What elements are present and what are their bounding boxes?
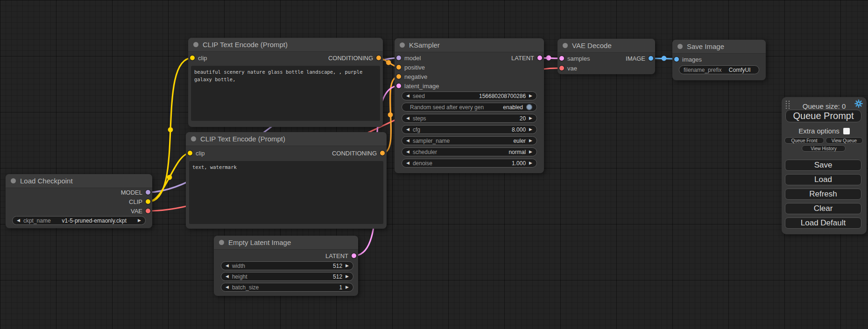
widget-increment-arrow[interactable]: ▶ xyxy=(529,127,532,132)
sampler-name-widget[interactable]: ◀ sampler_name euler ▶ xyxy=(402,136,537,145)
widget-increment-arrow[interactable]: ▶ xyxy=(346,274,349,279)
wire-midpoint-dot xyxy=(167,175,172,180)
node-title-bar[interactable]: Load Checkpoint xyxy=(6,174,152,188)
toggle-knob-icon[interactable] xyxy=(526,104,532,110)
view-queue-label: View Queue xyxy=(832,138,857,143)
node-title: CLIP Text Encode (Prompt) xyxy=(200,135,285,143)
node-title-bar[interactable]: Empty Latent Image xyxy=(214,236,358,250)
output-slot-clip[interactable] xyxy=(146,199,150,204)
input-label-latent-image: latent_image xyxy=(404,83,439,90)
output-slot-image[interactable] xyxy=(649,56,653,61)
input-slot-positive[interactable] xyxy=(396,65,401,70)
widget-name: batch_size xyxy=(232,284,259,291)
collapse-dot-icon[interactable] xyxy=(677,44,683,49)
output-label-conditioning: CONDITIONING xyxy=(332,150,377,157)
cfg-widget[interactable]: ◀ cfg 8.000 ▶ xyxy=(402,125,537,134)
queue-prompt-button[interactable]: Queue Prompt xyxy=(785,110,861,122)
widget-decrement-arrow[interactable]: ◀ xyxy=(406,150,409,154)
widget-decrement-arrow[interactable]: ◀ xyxy=(406,116,409,120)
save-button[interactable]: Save xyxy=(785,160,861,171)
seed-widget[interactable]: ◀ seed 156680208700286 ▶ xyxy=(402,91,537,100)
node-clip-text-encode-negative[interactable]: CLIP Text Encode (Prompt) clip CONDITION… xyxy=(186,132,387,229)
load-button[interactable]: Load xyxy=(785,174,861,185)
widget-name: cfg xyxy=(413,126,420,133)
widget-increment-arrow[interactable]: ▶ xyxy=(529,150,532,154)
output-slot-latent[interactable] xyxy=(537,56,542,60)
widget-decrement-arrow[interactable]: ◀ xyxy=(406,161,409,165)
node-save-image[interactable]: Save Image images filename_prefix ComfyU… xyxy=(672,40,766,80)
widget-name: seed xyxy=(413,93,425,99)
denoise-widget[interactable]: ◀ denoise 1.000 ▶ xyxy=(402,159,537,168)
load-default-button[interactable]: Load Default xyxy=(785,217,861,229)
scheduler-widget[interactable]: ◀ scheduler normal ▶ xyxy=(402,147,537,156)
collapse-dot-icon[interactable] xyxy=(193,42,198,47)
filename-prefix-widget[interactable]: filename_prefix ComfyUI xyxy=(679,65,759,74)
node-title-bar[interactable]: CLIP Text Encode (Prompt) xyxy=(186,132,387,146)
node-empty-latent-image[interactable]: Empty Latent Image LATENT ◀ width 512 ▶ … xyxy=(214,236,358,296)
output-slot-model[interactable] xyxy=(146,190,150,195)
input-slot-vae[interactable] xyxy=(559,66,564,70)
steps-widget[interactable]: ◀ steps 20 ▶ xyxy=(402,114,537,123)
settings-gear-icon[interactable] xyxy=(854,99,863,108)
collapse-dot-icon[interactable] xyxy=(219,240,224,245)
output-label-conditioning: CONDITIONING xyxy=(328,55,373,62)
input-slot-latent-image[interactable] xyxy=(396,84,401,88)
node-title-bar[interactable]: KSampler xyxy=(395,38,544,52)
widget-value: 8.000 xyxy=(512,126,526,133)
widget-name: sampler_name xyxy=(413,138,450,144)
widget-decrement-arrow[interactable]: ◀ xyxy=(406,139,409,143)
output-slot-latent[interactable] xyxy=(352,253,356,258)
collapse-dot-icon[interactable] xyxy=(11,178,16,183)
widget-increment-arrow[interactable]: ▶ xyxy=(346,285,349,289)
node-title-bar[interactable]: VAE Decode xyxy=(557,39,655,53)
widget-increment-arrow[interactable]: ▶ xyxy=(529,139,532,143)
random-seed-toggle-widget[interactable]: Random seed after every gen enabled xyxy=(402,103,537,112)
queue-front-button[interactable]: Queue Front xyxy=(784,137,824,144)
extra-options-checkbox[interactable] xyxy=(843,128,850,134)
prompt-textarea[interactable]: beautiful scenery nature glass bottle la… xyxy=(191,66,380,121)
widget-name: scheduler xyxy=(413,149,437,155)
widget-decrement-arrow[interactable]: ◀ xyxy=(406,94,409,98)
node-ksampler[interactable]: KSampler model LATENT positive negative … xyxy=(395,38,544,173)
view-history-button[interactable]: View History xyxy=(802,145,846,152)
node-title-bar[interactable]: Save Image xyxy=(672,40,766,54)
widget-decrement-arrow[interactable]: ◀ xyxy=(226,264,229,268)
widget-decrement-arrow[interactable]: ◀ xyxy=(226,285,229,289)
height-widget[interactable]: ◀ height 512 ▶ xyxy=(221,272,353,281)
output-slot-conditioning[interactable] xyxy=(380,151,385,155)
view-queue-button[interactable]: View Queue xyxy=(826,137,863,144)
widget-decrement-arrow[interactable]: ◀ xyxy=(17,218,20,223)
input-slot-images[interactable] xyxy=(674,57,679,62)
input-slot-negative[interactable] xyxy=(396,74,401,79)
collapse-dot-icon[interactable] xyxy=(563,43,568,48)
node-load-checkpoint[interactable]: Load Checkpoint MODEL CLIP VAE ◀ ckpt_na… xyxy=(6,174,152,228)
refresh-button[interactable]: Refresh xyxy=(785,189,861,200)
clear-button[interactable]: Clear xyxy=(785,203,861,214)
collapse-dot-icon[interactable] xyxy=(400,42,405,48)
batch-size-widget[interactable]: ◀ batch_size 1 ▶ xyxy=(221,283,353,292)
node-title-bar[interactable]: CLIP Text Encode (Prompt) xyxy=(188,38,383,52)
output-slot-conditioning[interactable] xyxy=(376,56,381,60)
output-slot-vae[interactable] xyxy=(146,209,150,213)
widget-decrement-arrow[interactable]: ◀ xyxy=(226,274,229,279)
node-graph-canvas[interactable]: Load Checkpoint MODEL CLIP VAE ◀ ckpt_na… xyxy=(0,0,868,329)
widget-increment-arrow[interactable]: ▶ xyxy=(529,161,532,165)
widget-name: height xyxy=(232,273,247,280)
widget-value: 512 xyxy=(333,263,342,269)
ckpt-name-widget[interactable]: ◀ ckpt_name v1-5-pruned-emaonly.ckpt ▶ xyxy=(12,216,146,225)
node-clip-text-encode-positive[interactable]: CLIP Text Encode (Prompt) clip CONDITION… xyxy=(188,38,383,127)
widget-increment-arrow[interactable]: ▶ xyxy=(529,116,532,120)
widget-decrement-arrow[interactable]: ◀ xyxy=(406,127,409,132)
node-vae-decode[interactable]: VAE Decode samples IMAGE vae xyxy=(557,39,655,74)
collapse-dot-icon[interactable] xyxy=(191,136,196,141)
output-label-image: IMAGE xyxy=(626,55,645,62)
prompt-textarea[interactable]: text, watermark xyxy=(189,161,383,224)
wire-midpoint-dot xyxy=(168,127,173,133)
width-widget[interactable]: ◀ width 512 ▶ xyxy=(221,261,353,270)
widget-increment-arrow[interactable]: ▶ xyxy=(138,218,141,223)
widget-increment-arrow[interactable]: ▶ xyxy=(529,94,532,98)
refresh-label: Refresh xyxy=(809,189,837,199)
queue-front-label: Queue Front xyxy=(791,138,817,143)
clear-label: Clear xyxy=(814,204,833,213)
widget-increment-arrow[interactable]: ▶ xyxy=(346,264,349,268)
